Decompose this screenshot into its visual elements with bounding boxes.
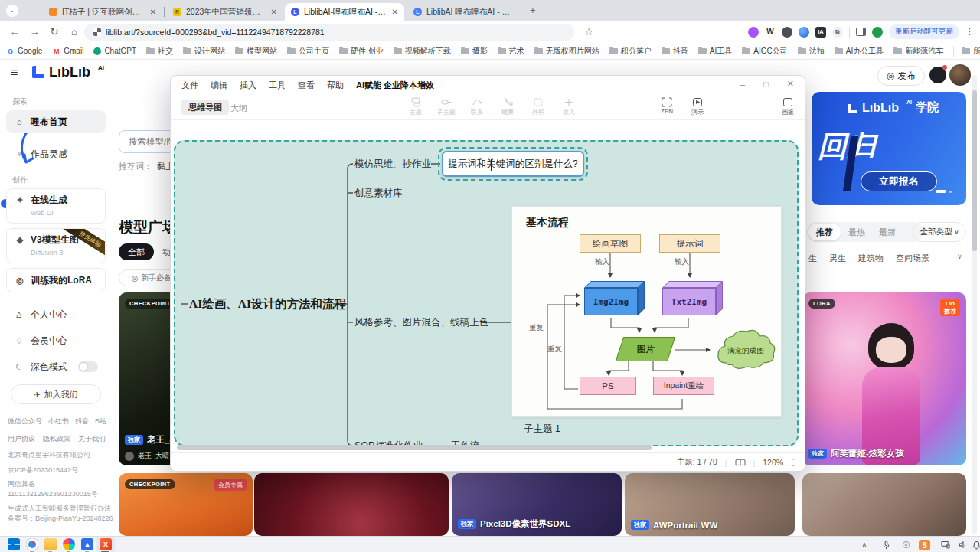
start-button[interactable] (8, 538, 20, 550)
close-icon[interactable]: ✕ (787, 79, 794, 89)
sidebar-item-inspiration[interactable]: ♀作品灵感 (6, 142, 106, 165)
model-card-awportrait[interactable]: 独家 AWPortrait WW (625, 473, 795, 536)
zen-mode-button[interactable]: ZEN (652, 97, 682, 115)
bookmark-folder[interactable]: 无版权图片网站 (534, 46, 599, 57)
menu-insert[interactable]: 插入 (240, 80, 256, 91)
maximize-icon[interactable]: □ (763, 80, 769, 89)
tray-dim-icon[interactable] (900, 540, 911, 550)
user-avatar[interactable] (949, 64, 971, 86)
bookmark-google[interactable]: GGoogle (6, 47, 42, 55)
bookmark-folder[interactable]: 积分落户 (609, 46, 652, 57)
sidebar-card-lora[interactable]: ◎训练我的LoRA (6, 268, 106, 292)
page-scrollbar-track[interactable] (972, 75, 977, 534)
extension-icon-w[interactable]: W (765, 27, 776, 38)
sidebar-item-member[interactable]: ♢会员中心 (6, 329, 106, 352)
menu-tools[interactable]: 工具 (269, 80, 286, 91)
sidebar-item-personal[interactable]: ♙个人中心 (6, 303, 106, 326)
menu-view[interactable]: 查看 (298, 80, 315, 91)
tab-mindmap[interactable]: 思维导图 (181, 100, 229, 115)
social-bilibili[interactable]: B站 (95, 416, 106, 426)
model-card-cat[interactable]: CHECKPOINT 会员专属 (119, 473, 253, 536)
branch-style-reference[interactable]: 风格参考、图片混合、线稿上色 (354, 316, 488, 329)
bookmark-folder[interactable]: 摄影 (461, 46, 488, 57)
bookmark-star-icon[interactable]: ☆ (579, 26, 599, 38)
microphone-icon[interactable] (880, 540, 891, 550)
site-permissions-icon[interactable] (93, 28, 101, 36)
browser-menu-icon[interactable]: ⋮ (965, 27, 974, 37)
chrome-icon[interactable] (26, 538, 38, 550)
publish-button[interactable]: ◎发布 (877, 66, 925, 86)
category-building[interactable]: 建筑物 (858, 253, 884, 264)
menu-help[interactable]: 帮助 (327, 80, 344, 91)
social-wechat[interactable]: 微信公众号 (8, 416, 42, 426)
link-about[interactable]: 关于我们 (78, 434, 106, 444)
card-author-row[interactable]: 老王_大晴天 (125, 451, 176, 461)
social-douyin[interactable]: 抖音 (75, 416, 89, 426)
extension-icon-ia[interactable]: IA (815, 27, 826, 38)
all-bookmarks[interactable]: 所有书签 (953, 46, 980, 57)
bookmark-folder[interactable]: 法拍 (798, 46, 825, 57)
filter-new[interactable]: 最新 (873, 227, 902, 238)
tool-topic[interactable]: 主题 (400, 97, 431, 116)
bookmark-folder[interactable]: AI办公工具 (835, 46, 884, 57)
tool-summary[interactable]: 概要 (492, 97, 523, 116)
filter-recommend[interactable]: 推荐 (808, 224, 841, 240)
mindmap-canvas[interactable]: AI绘画、AI设计的方法和流程 模仿思维、抄作业 创意素材库 风格参考、图片混合… (171, 120, 805, 452)
file-explorer-icon[interactable] (44, 538, 57, 550)
branch-imitate[interactable]: 模仿思维、抄作业 (354, 158, 431, 171)
bookmark-folder[interactable]: AIGC公司 (742, 46, 787, 57)
flowchart-image[interactable]: 基本流程 绘画草图 提示词 输入 输入 (511, 206, 782, 417)
tool-subtopic[interactable]: 子主题 (431, 97, 462, 116)
extension-icon-dark[interactable] (782, 27, 792, 38)
category-space[interactable]: 空间场景 (896, 253, 929, 264)
model-card-red[interactable] (254, 473, 449, 536)
tab-close-icon[interactable]: ✕ (271, 8, 277, 16)
bookmark-folder[interactable]: AI工具 (698, 46, 732, 57)
side-panel-icon[interactable] (856, 28, 866, 36)
new-tab-button[interactable]: + (530, 5, 536, 16)
hamburger-icon[interactable]: ≡ (11, 66, 18, 80)
address-bar[interactable]: liblib.art/?sourceId=000293&bd_vid=11122… (84, 24, 574, 41)
browser-tab-1[interactable]: IT桔子 | 泛互联网创业投资项目 ✕ (43, 3, 162, 21)
school-banner[interactable]: LıbLıb AI 学院 回归 立即报名 (812, 92, 966, 205)
branch-material-library[interactable]: 创意素材库 (354, 187, 403, 200)
category-cut[interactable]: 生 (808, 253, 817, 264)
page-scrollbar-thumb[interactable] (972, 90, 977, 251)
bookmark-gmail[interactable]: MGmail (52, 47, 83, 55)
banner-cta-button[interactable]: 立即报名 (861, 171, 937, 191)
bookmark-folder[interactable]: 公司主页 (287, 46, 329, 57)
tab-outline[interactable]: 大纲 (230, 103, 247, 114)
bookmark-folder[interactable]: 抖音 (662, 46, 688, 57)
tool-insert[interactable]: 插入 (554, 97, 584, 116)
volume-icon[interactable] (957, 540, 968, 550)
tab-close-icon[interactable]: ✕ (392, 8, 398, 16)
bookmark-folder[interactable]: 模型网站 (235, 46, 277, 57)
input-method-icon[interactable]: S (919, 540, 930, 550)
tab-close-icon[interactable]: ✕ (150, 8, 156, 16)
back-icon[interactable]: ← (5, 26, 24, 38)
mindmap-window[interactable]: 文件 编辑 插入 工具 查看 帮助 AI赋能 企业降本增效 – □ ✕ 思维导图… (170, 75, 805, 472)
sidebar-card-v3[interactable]: ◈V3模型生图 Diffusion 3 抢先体验 (6, 228, 106, 263)
tag-all[interactable]: 全部 (119, 243, 154, 260)
carousel-indicator[interactable] (949, 191, 952, 193)
model-card-bottom-right[interactable] (802, 473, 966, 536)
home-icon[interactable]: ⌂ (64, 26, 84, 38)
panel-button[interactable]: 画板 (773, 97, 803, 116)
menu-ai[interactable]: AI赋能 企业降本增效 (356, 80, 434, 91)
zoom-level[interactable]: 120% (763, 458, 783, 467)
menu-edit[interactable]: 编辑 (211, 80, 227, 91)
bookmark-folder[interactable]: 新能源汽车 (893, 46, 943, 57)
extension-icon-blue[interactable] (799, 27, 809, 38)
tool-boundary[interactable]: 外框 (523, 97, 554, 116)
selected-node-prompt-question[interactable]: 提示词和关键词的区别是什么? (442, 151, 584, 177)
browser-tab-3-active[interactable]: L LiblibAI-哩布哩布AI - 中国领先 ✕ (285, 3, 404, 21)
node-subtopic1[interactable]: 子主题 1 (524, 423, 560, 436)
notes-book-icon[interactable] (735, 459, 746, 467)
chrome-update-button[interactable]: 重新启动即可更新 (889, 24, 959, 39)
bookmark-folder[interactable]: 艺术 (498, 46, 524, 57)
tray-expand-icon[interactable]: ∧ (859, 540, 870, 550)
minimize-icon[interactable]: – (740, 80, 745, 89)
category-male[interactable]: 男生 (829, 253, 846, 264)
pinwheel-app-icon[interactable] (63, 538, 75, 550)
social-xiaohongshu[interactable]: 小红书 (48, 416, 69, 426)
